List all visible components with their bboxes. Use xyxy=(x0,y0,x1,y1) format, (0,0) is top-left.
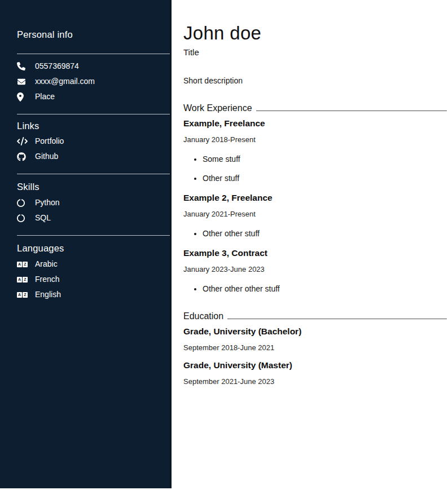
work-experience-header: Work Experience xyxy=(183,103,447,113)
entry-bullet-list: Other other stuff xyxy=(183,229,447,238)
education-header: Education xyxy=(183,311,447,321)
location-pin-icon xyxy=(17,92,29,101)
main-content: John doe Title Short description Work Ex… xyxy=(172,0,448,490)
phone-icon xyxy=(17,62,29,70)
entry-bullet-list: Other other other stuff xyxy=(183,284,447,293)
links-heading: Links xyxy=(17,121,170,131)
languages-list: AZ Arabic AZ French AZ English xyxy=(17,259,170,299)
language-icon: AZ xyxy=(17,262,29,267)
personal-info-heading: Personal info xyxy=(17,29,170,40)
skill-row: SQL xyxy=(17,213,170,223)
language-icon: AZ xyxy=(17,277,29,282)
work-experience-heading: Work Experience xyxy=(183,103,252,113)
envelope-icon xyxy=(17,78,29,86)
entry-bullet-list: Some stuff Other stuff xyxy=(183,154,447,183)
candidate-name: John doe xyxy=(183,24,447,42)
work-experience-entries: Example, Freelance January 2018-Present … xyxy=(183,118,447,293)
divider xyxy=(17,54,170,54)
github-icon xyxy=(17,152,29,161)
section-rule xyxy=(256,111,447,111)
language-row: AZ English xyxy=(17,290,170,299)
skill-label: SQL xyxy=(35,213,51,223)
education-entries: Grade, University (Bachelor) September 2… xyxy=(183,326,447,386)
bullet-item: Other stuff xyxy=(203,174,447,183)
language-icon: AZ xyxy=(17,292,29,298)
language-label: English xyxy=(35,290,61,299)
entry-title: Example 3, Contract xyxy=(183,248,447,258)
experience-entry: Example 2, Freelance January 2021-Presen… xyxy=(183,193,447,238)
phone-row: 0557369874 xyxy=(17,61,170,71)
contact-list: 0557369874 xxxx@gmail.com Place xyxy=(17,61,170,101)
education-heading: Education xyxy=(183,311,223,321)
entry-title: Grade, University (Bachelor) xyxy=(183,326,447,336)
divider xyxy=(17,114,170,114)
education-entry: Grade, University (Master) September 202… xyxy=(183,360,447,386)
entry-date: January 2021-Present xyxy=(183,210,447,218)
short-description: Short description xyxy=(183,76,447,85)
link-github-label: Github xyxy=(35,152,58,161)
language-label: Arabic xyxy=(35,259,58,269)
language-row: AZ French xyxy=(17,275,170,284)
skill-row: Python xyxy=(17,198,170,208)
place-label: Place xyxy=(35,92,55,101)
link-portfolio[interactable]: Portfolio xyxy=(17,136,170,146)
candidate-title: Title xyxy=(183,47,447,57)
skills-list: Python SQL xyxy=(17,198,170,223)
link-portfolio-label: Portfolio xyxy=(35,136,64,146)
languages-heading: Languages xyxy=(17,243,170,254)
entry-date: January 2023-June 2023 xyxy=(183,265,447,273)
email-address: xxxx@gmail.com xyxy=(35,77,95,86)
circle-notch-icon xyxy=(17,199,29,207)
phone-number: 0557369874 xyxy=(35,61,79,71)
entry-title: Example 2, Freelance xyxy=(183,193,447,202)
section-rule xyxy=(227,319,447,319)
links-list: Portfolio Github xyxy=(17,136,170,161)
code-icon xyxy=(17,137,29,145)
entry-date: January 2018-Present xyxy=(183,135,447,144)
education-entry: Grade, University (Bachelor) September 2… xyxy=(183,326,447,352)
entry-date: September 2018-June 2021 xyxy=(183,343,447,352)
email-row: xxxx@gmail.com xyxy=(17,77,170,86)
language-label: French xyxy=(35,275,60,284)
experience-entry: Example 3, Contract January 2023-June 20… xyxy=(183,248,447,293)
divider xyxy=(17,174,170,174)
entry-title: Grade, University (Master) xyxy=(183,360,447,370)
bullet-item: Some stuff xyxy=(203,154,447,164)
bullet-item: Other other stuff xyxy=(203,229,447,238)
entry-date: September 2021-June 2023 xyxy=(183,377,447,386)
sidebar: Personal info 0557369874 xxxx@gmail.com … xyxy=(0,0,172,488)
experience-entry: Example, Freelance January 2018-Present … xyxy=(183,118,447,183)
bullet-item: Other other other stuff xyxy=(203,284,447,293)
circle-notch-icon xyxy=(17,214,29,222)
link-github[interactable]: Github xyxy=(17,152,170,161)
entry-title: Example, Freelance xyxy=(183,118,447,128)
skill-label: Python xyxy=(35,198,60,208)
divider xyxy=(17,235,170,236)
skills-heading: Skills xyxy=(17,182,170,192)
language-row: AZ Arabic xyxy=(17,259,170,269)
resume-page: Personal info 0557369874 xxxx@gmail.com … xyxy=(0,0,448,490)
place-row: Place xyxy=(17,92,170,101)
